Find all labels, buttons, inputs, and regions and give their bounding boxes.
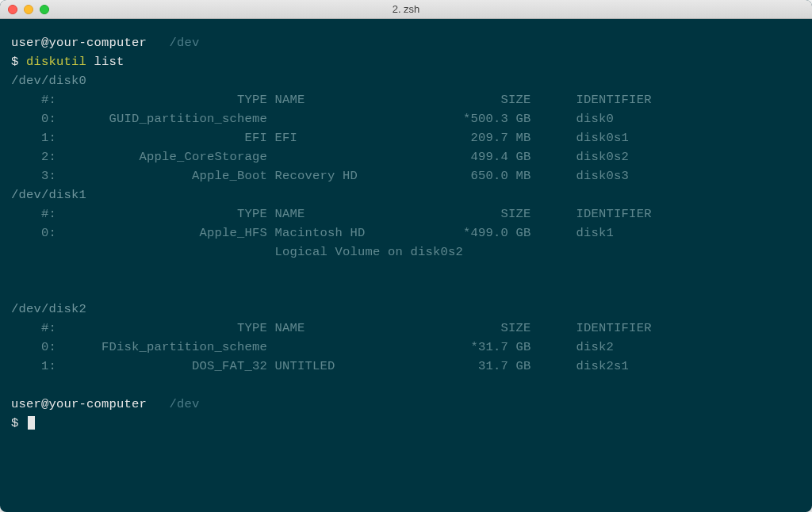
table-row: 0: GUID_partition_scheme *500.3 GB disk0: [11, 112, 614, 126]
prompt-userhost: user@your-computer: [11, 36, 147, 50]
table-row: 3: Apple_Boot Recovery HD 650.0 MB disk0…: [11, 169, 629, 183]
command: diskutil: [26, 55, 86, 69]
table-header: #: TYPE NAME SIZE IDENTIFIER: [11, 321, 652, 335]
table-row: 0: FDisk_partition_scheme *31.7 GB disk2: [11, 340, 614, 354]
titlebar: 2. zsh: [0, 0, 812, 19]
table-row: 2: Apple_CoreStorage 499.4 GB disk0s2: [11, 150, 629, 164]
disk-device: /dev/disk2: [11, 302, 86, 316]
close-icon[interactable]: [8, 5, 17, 14]
terminal-window: 2. zsh user@your-computer /dev $ diskuti…: [0, 0, 812, 512]
zoom-icon[interactable]: [40, 5, 49, 14]
table-row: 1: EFI EFI 209.7 MB disk0s1: [11, 131, 629, 145]
window-title: 2. zsh: [393, 3, 420, 15]
terminal-body[interactable]: user@your-computer /dev $ diskutil list …: [0, 19, 812, 512]
prompt-symbol: $: [11, 55, 19, 69]
prompt-symbol: $: [11, 416, 19, 430]
prompt-cwd: /dev: [170, 397, 200, 411]
disk-device: /dev/disk1: [11, 188, 86, 202]
table-extra: Logical Volume on disk0s2: [11, 245, 463, 259]
prompt-userhost: user@your-computer: [11, 397, 147, 411]
table-row: 1: DOS_FAT_32 UNTITLED 31.7 GB disk2s1: [11, 359, 629, 373]
table-header: #: TYPE NAME SIZE IDENTIFIER: [11, 207, 652, 221]
traffic-lights: [8, 5, 49, 14]
cursor-icon: [28, 416, 35, 430]
table-header: #: TYPE NAME SIZE IDENTIFIER: [11, 93, 652, 107]
prompt-cwd: /dev: [170, 36, 200, 50]
table-row: 0: Apple_HFS Macintosh HD *499.0 GB disk…: [11, 226, 614, 240]
disk-device: /dev/disk0: [11, 74, 86, 88]
minimize-icon[interactable]: [24, 5, 33, 14]
command-arg: list: [94, 55, 124, 69]
